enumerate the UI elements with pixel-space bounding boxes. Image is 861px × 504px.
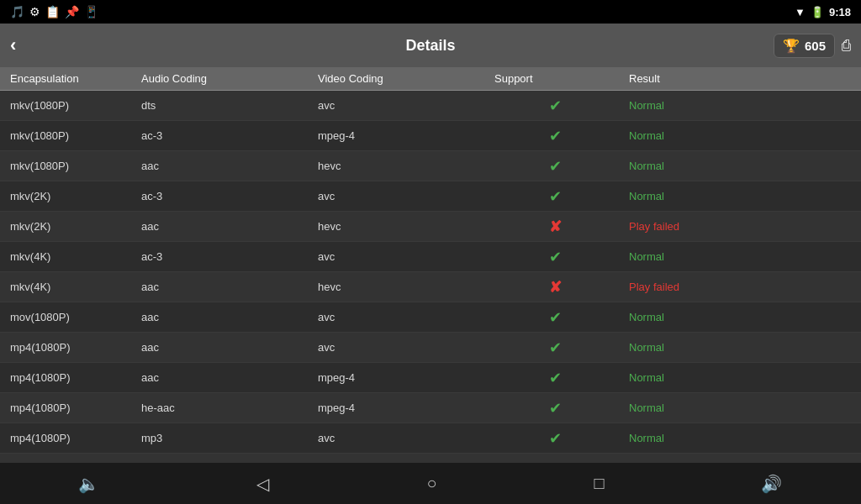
- cell-result: Normal: [622, 311, 861, 323]
- cell-result: Normal: [622, 160, 861, 172]
- status-bar: 🎵 ⚙ 📋 📌 📱 ▼ 🔋 9:18: [0, 0, 861, 24]
- table-row: mkv(1080P) aac hevc ✔ Normal: [0, 151, 861, 181]
- check-icon: ✔: [549, 97, 562, 115]
- cell-audio: ac-3: [135, 250, 311, 263]
- cell-encap: mkv(4K): [0, 250, 135, 263]
- check-icon: ✔: [549, 399, 562, 417]
- col-header-video: Video Coding: [311, 72, 488, 85]
- cell-support: ✔: [488, 369, 622, 387]
- score-value: 605: [805, 39, 826, 53]
- cell-support: ✔: [488, 339, 622, 357]
- back-button[interactable]: ‹: [10, 34, 16, 56]
- col-header-result: Result: [622, 72, 861, 85]
- table-body: mkv(1080P) dts avc ✔ Normal mkv(1080P) a…: [0, 91, 861, 462]
- x-icon: ✘: [549, 218, 562, 236]
- cell-encap: mkv(2K): [0, 190, 135, 202]
- back-nav-icon[interactable]: ◁: [256, 474, 269, 494]
- cell-support: ✔: [488, 308, 622, 327]
- cell-video: avc: [311, 190, 488, 202]
- check-icon: ✔: [549, 157, 562, 176]
- table-header: Encapsulation Audio Coding Video Coding …: [0, 67, 861, 91]
- share-icon[interactable]: ⎙: [842, 37, 851, 55]
- cell-video: avc: [311, 99, 488, 112]
- check-icon: ✔: [549, 339, 562, 357]
- cell-audio: aac: [135, 371, 311, 384]
- recents-icon[interactable]: □: [594, 474, 604, 493]
- table-row: mp4(1080P) aac mpeg-4 ✔ Normal: [0, 363, 861, 393]
- cell-video: mpeg-4: [311, 129, 488, 142]
- check-icon: ✔: [549, 248, 562, 266]
- app-icon-1: 🎵: [10, 5, 24, 18]
- x-icon: ✘: [549, 278, 562, 297]
- cell-video: hevc: [311, 220, 488, 233]
- home-icon[interactable]: ○: [426, 474, 436, 493]
- cell-support: ✘: [488, 278, 622, 297]
- app-icon-4: 📌: [65, 5, 79, 18]
- cell-video: avc: [311, 311, 488, 323]
- cell-result: Normal: [622, 432, 861, 444]
- cell-encap: mkv(1080P): [0, 99, 135, 112]
- volume-down-icon[interactable]: 🔈: [78, 474, 99, 494]
- cell-audio: aac: [135, 341, 311, 354]
- cell-encap: mkv(4K): [0, 281, 135, 293]
- check-icon: ✔: [549, 127, 562, 145]
- table-row: mp4(1080P) aac avc ✔ Normal: [0, 333, 861, 363]
- top-right-actions: 🏆 605 ⎙: [774, 34, 851, 58]
- cell-audio: aac: [135, 311, 311, 323]
- cell-support: ✔: [488, 97, 622, 115]
- check-icon: ✔: [549, 429, 562, 448]
- status-right: ▼ 🔋 9:18: [795, 6, 851, 18]
- cell-result: Play failed: [622, 281, 861, 293]
- cell-video: avc: [311, 250, 488, 263]
- cell-encap: mkv(2K): [0, 220, 135, 233]
- cell-support: ✔: [488, 248, 622, 266]
- app-icon-3: 📋: [45, 5, 60, 18]
- cell-encap: mp4(1080P): [0, 402, 135, 414]
- table-row: mpg(1080P) mpeg-1 layer II mpeg-2 ✔ Norm…: [0, 454, 861, 462]
- cell-result: Normal: [622, 99, 861, 112]
- table-row: mov(1080P) aac avc ✔ Normal: [0, 302, 861, 333]
- battery-icon: 🔋: [811, 6, 824, 18]
- cell-encap: mkv(1080P): [0, 160, 135, 172]
- cell-result: Normal: [622, 129, 861, 142]
- cell-result: Play failed: [622, 220, 861, 233]
- cell-support: ✔: [488, 157, 622, 176]
- cell-audio: aac: [135, 160, 311, 172]
- check-icon: ✔: [549, 308, 562, 327]
- cell-video: avc: [311, 341, 488, 354]
- cell-audio: aac: [135, 281, 311, 293]
- cell-encap: mp4(1080P): [0, 432, 135, 444]
- cell-video: mpeg-4: [311, 402, 488, 414]
- cell-result: Normal: [622, 341, 861, 354]
- app-icon-5: 📱: [84, 5, 98, 18]
- cell-encap: mov(1080P): [0, 311, 135, 323]
- volume-up-icon[interactable]: 🔊: [761, 474, 782, 494]
- score-button[interactable]: 🏆 605: [774, 34, 835, 58]
- col-header-support: Support: [488, 72, 622, 85]
- app-icon-2: ⚙: [29, 5, 40, 18]
- col-header-audio: Audio Coding: [135, 72, 311, 85]
- wifi-icon: ▼: [795, 6, 806, 18]
- cell-audio: aac: [135, 220, 311, 233]
- table-row: mp4(1080P) mp3 avc ✔ Normal: [0, 423, 861, 454]
- cell-support: ✘: [488, 218, 622, 236]
- cell-support: ✔: [488, 127, 622, 145]
- cell-audio: he-aac: [135, 402, 311, 414]
- cell-encap: mp4(1080P): [0, 341, 135, 354]
- cell-result: Normal: [622, 250, 861, 263]
- table-row: mkv(2K) ac-3 avc ✔ Normal: [0, 181, 861, 212]
- cell-audio: mp3: [135, 432, 311, 444]
- top-bar: ‹ Details 🏆 605 ⎙: [0, 24, 861, 67]
- score-icon: 🏆: [783, 38, 800, 54]
- check-icon: ✔: [549, 187, 562, 206]
- cell-support: ✔: [488, 187, 622, 206]
- cell-video: mpeg-4: [311, 371, 488, 384]
- cell-support: ✔: [488, 399, 622, 417]
- table-row: mkv(2K) aac hevc ✘ Play failed: [0, 212, 861, 242]
- cell-encap: mkv(1080P): [0, 129, 135, 142]
- cell-audio: dts: [135, 99, 311, 112]
- cell-encap: mp4(1080P): [0, 371, 135, 384]
- table-row: mkv(1080P) dts avc ✔ Normal: [0, 91, 861, 121]
- table-row: mkv(4K) aac hevc ✘ Play failed: [0, 272, 861, 302]
- table-row: mp4(1080P) he-aac mpeg-4 ✔ Normal: [0, 393, 861, 423]
